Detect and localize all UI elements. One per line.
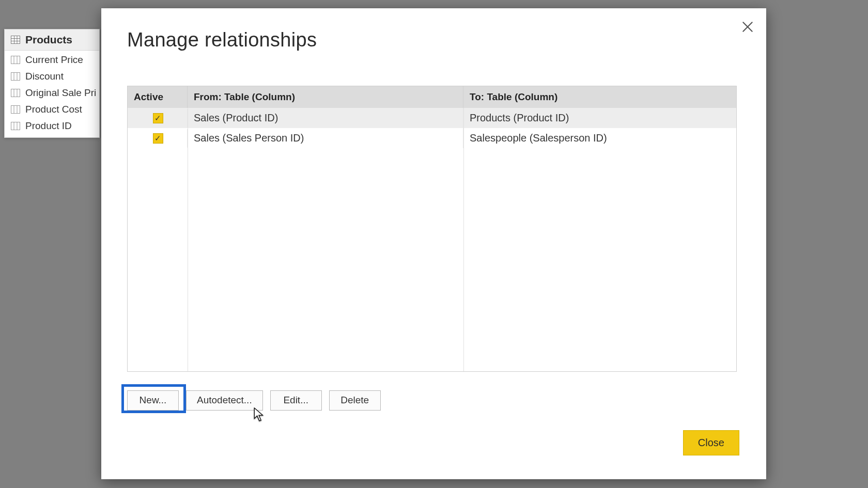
fields-list: Current Price Discount Original Sale Pri… — [5, 51, 99, 137]
dialog-footer: Close — [683, 430, 739, 455]
list-item[interactable]: Original Sale Pri — [5, 85, 99, 101]
table-header[interactable]: Products — [5, 29, 99, 51]
column-icon — [11, 89, 20, 97]
app-background: Products Current Price Discount Original… — [0, 0, 868, 488]
column-label: Product Cost — [25, 104, 82, 115]
list-item[interactable]: Product Cost — [5, 101, 99, 118]
active-cell: ✓ — [128, 109, 188, 128]
autodetect-button[interactable]: Autodetect... — [186, 390, 263, 411]
svg-rect-14 — [11, 106, 20, 114]
edit-button[interactable]: Edit... — [270, 390, 322, 411]
col-header-from[interactable]: From: Table (Column) — [188, 86, 463, 108]
list-item[interactable]: Discount — [5, 68, 99, 85]
svg-rect-5 — [11, 56, 20, 64]
close-icon[interactable] — [738, 18, 757, 36]
table-row[interactable]: ✓ Sales (Sales Person ID) Salespeople (S… — [128, 128, 736, 148]
column-icon — [11, 72, 20, 81]
svg-rect-11 — [11, 89, 20, 97]
table-body: ✓ Sales (Product ID) Products (Product I… — [128, 108, 736, 371]
from-cell: Sales (Sales Person ID) — [188, 128, 463, 148]
column-divider — [463, 108, 464, 371]
manage-relationships-dialog: Manage relationships Active From: Table … — [101, 8, 766, 479]
svg-rect-8 — [11, 73, 20, 81]
column-divider — [188, 108, 188, 371]
col-header-to[interactable]: To: Table (Column) — [463, 86, 736, 108]
relationships-table: Active From: Table (Column) To: Table (C… — [127, 86, 737, 372]
new-button[interactable]: New... — [127, 390, 179, 411]
table-name: Products — [25, 34, 72, 46]
column-icon — [11, 105, 20, 114]
table-header-row: Active From: Table (Column) To: Table (C… — [128, 86, 736, 108]
column-icon — [11, 56, 20, 64]
checkbox-checked-icon[interactable]: ✓ — [153, 113, 163, 123]
table-row[interactable]: ✓ Sales (Product ID) Products (Product I… — [128, 108, 736, 128]
svg-rect-17 — [11, 122, 20, 130]
list-item[interactable]: Product ID — [5, 118, 99, 134]
to-cell: Products (Product ID) — [463, 108, 736, 128]
column-label: Discount — [25, 71, 64, 82]
close-button[interactable]: Close — [683, 430, 739, 455]
delete-button[interactable]: Delete — [329, 390, 381, 411]
active-cell: ✓ — [128, 129, 188, 148]
column-label: Product ID — [25, 120, 72, 132]
col-header-active[interactable]: Active — [128, 86, 188, 108]
to-cell: Salespeople (Salesperson ID) — [463, 128, 736, 148]
table-icon — [11, 36, 20, 44]
column-icon — [11, 122, 20, 130]
dialog-title: Manage relationships — [127, 29, 317, 51]
fields-panel: Products Current Price Discount Original… — [4, 29, 100, 138]
svg-rect-0 — [11, 36, 20, 44]
from-cell: Sales (Product ID) — [188, 108, 463, 128]
action-buttons: New... Autodetect... Edit... Delete — [127, 390, 381, 411]
column-label: Original Sale Pri — [25, 87, 96, 99]
column-label: Current Price — [25, 54, 83, 66]
list-item[interactable]: Current Price — [5, 52, 99, 68]
checkbox-checked-icon[interactable]: ✓ — [153, 133, 163, 144]
